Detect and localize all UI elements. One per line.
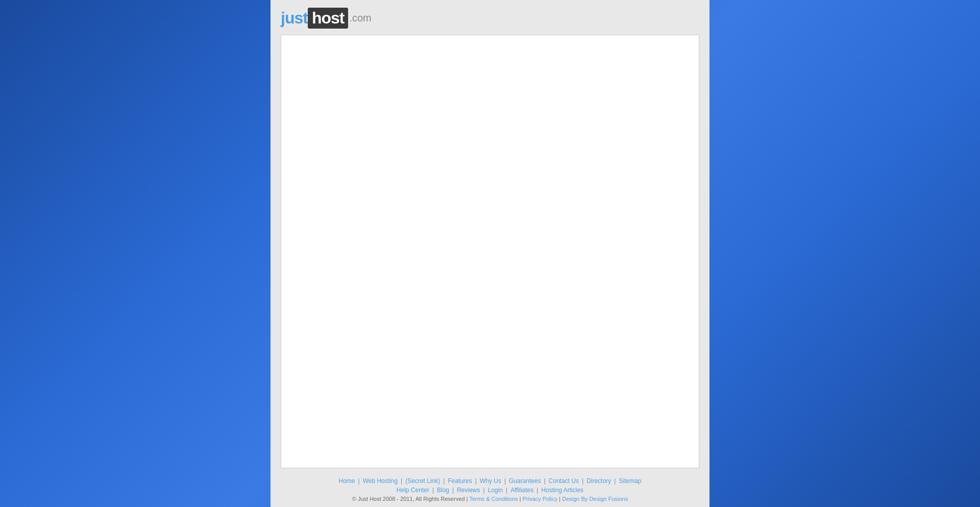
footer-link-secret-link[interactable]: (Secret Link) [402, 477, 443, 485]
footer-link-reviews[interactable]: Reviews [454, 487, 483, 494]
footer-link-blog[interactable]: Blog [434, 487, 452, 494]
footer-link-help-center[interactable]: Help Center [394, 487, 432, 494]
footer-link-contact-us[interactable]: Contact Us [546, 477, 582, 485]
copyright-text: © Just Host 2008 - 2011, All Rights Rese… [352, 496, 470, 502]
footer-link-why-us[interactable]: Why Us [477, 477, 504, 485]
footer-privacy-link[interactable]: Privacy Policy [523, 496, 557, 502]
copyright-sep2: | [557, 496, 562, 502]
footer-terms-link[interactable]: Terms & Conditions [469, 496, 518, 502]
footer-link-sitemap[interactable]: Sitemap [616, 477, 644, 485]
main-content [281, 35, 699, 468]
footer-copyright: © Just Host 2008 - 2011, All Rights Rese… [352, 496, 628, 502]
logo-host: host [308, 8, 349, 29]
footer: Home | Web Hosting | (Secret Link) | Fea… [271, 473, 709, 507]
footer-link-features[interactable]: Features [445, 477, 475, 485]
header: justhost.com [271, 0, 709, 35]
footer-nav-row2: Help Center | Blog | Reviews | Login | A… [394, 487, 586, 494]
footer-link-guarantees[interactable]: Guarantees [506, 477, 544, 485]
footer-link-home[interactable]: Home [335, 477, 358, 485]
footer-nav-row1: Home | Web Hosting | (Secret Link) | Fea… [335, 477, 644, 485]
footer-design-link[interactable]: Design By Design Fusions [562, 496, 628, 502]
footer-link-web-hosting[interactable]: Web Hosting [360, 477, 401, 485]
footer-link-directory[interactable]: Directory [583, 477, 614, 485]
copyright-sep1: | [518, 496, 523, 502]
logo-just: just [281, 9, 308, 28]
logo: justhost.com [281, 8, 372, 29]
footer-link-affiliates[interactable]: Affiliates [507, 487, 536, 494]
logo-dotcom: .com [349, 12, 371, 24]
footer-link-hosting-articles[interactable]: Hosting Articles [538, 487, 586, 494]
center-wrapper: justhost.com Home | Web Hosting | (Secre… [271, 0, 709, 507]
footer-link-login[interactable]: Login [485, 487, 506, 494]
